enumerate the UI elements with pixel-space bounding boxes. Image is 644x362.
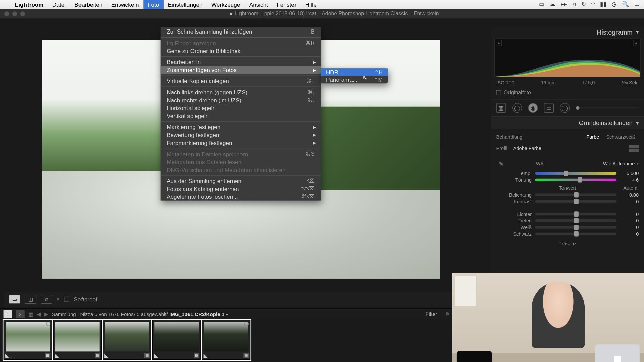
contrast-slider[interactable] (535, 200, 617, 203)
merge-submenu: HDR...⌃H Panorama...⌃M (321, 68, 388, 83)
menu-item-save-metadata: Metadaten in Dateien speichern⌘S (161, 150, 321, 158)
tint-slider[interactable] (535, 179, 617, 181)
menu-item-rotate-right[interactable]: Nach rechts drehen (im UZS)⌘. (161, 96, 321, 104)
shadows-slider[interactable] (535, 219, 617, 222)
profile-value[interactable]: Adobe Farbe (513, 146, 541, 151)
exif-aperture: f / 5,0 (583, 80, 595, 86)
menu-item-delete-rejected[interactable]: Abgelehnte Fotos löschen...⌘⌫ (161, 193, 321, 201)
status-icon[interactable]: ▭ (539, 1, 544, 8)
histogram-header[interactable]: Histogramm▼ (491, 26, 644, 38)
brush-size-line[interactable] (576, 107, 639, 108)
clip-highlight-icon[interactable]: ▲ (633, 40, 639, 46)
softproof-label: Softproof (74, 296, 97, 303)
menu-entwickeln[interactable]: Entwickeln (107, 0, 143, 9)
webcam-overlay (452, 273, 644, 362)
display-2[interactable]: 2 (16, 310, 24, 318)
wifi-icon[interactable]: ⌔ (591, 1, 595, 8)
basic-section-header[interactable]: Grundeinstellungen▼ (491, 117, 644, 129)
compare-icon[interactable]: ⧉ (41, 295, 52, 304)
local-tools-strip: ▦ ◯ ◉ ▭ ◯ (491, 99, 644, 117)
workspace: Zur Schnellsammlung hinzufügenB Im Finde… (0, 18, 644, 362)
wb-dropper-icon[interactable]: ✎ (496, 158, 507, 169)
thumb-3[interactable]: ▦ (103, 320, 151, 360)
submenu-item-panorama[interactable]: Panorama...⌃M (321, 76, 388, 83)
menu-item-virtual-copy[interactable]: Virtuelle Kopien anlegen⌘T (161, 77, 321, 85)
softproof-checkbox[interactable] (64, 297, 69, 302)
menu-bearbeiten[interactable]: Bearbeiten (70, 0, 107, 9)
blacks-slider[interactable] (535, 233, 617, 235)
spot-tool-icon[interactable]: ◯ (512, 103, 522, 113)
menu-datei[interactable]: Datei (48, 0, 70, 9)
redeye-tool-icon[interactable]: ◉ (528, 103, 538, 113)
exposure-slider[interactable] (535, 194, 617, 196)
menu-werkzeuge[interactable]: Werkzeuge (207, 0, 245, 9)
menu-item-flip-h[interactable]: Horizontal spiegeln (161, 104, 321, 112)
auto-tone-button[interactable]: Autom. (623, 185, 639, 191)
filmstrip[interactable]: ▦• • • • • ▦ ▦ ▦ ▦ (4, 320, 251, 362)
window-titlebar: ▸Lightroom ...ppie 2018-06-18).lrcat – A… (0, 9, 644, 18)
traffic-lights[interactable] (0, 11, 25, 16)
filter-flag-icon[interactable]: ⚑ (445, 310, 451, 317)
menu-item-show-finder: Im Finder anzeigen⌘R (161, 39, 321, 47)
menu-hilfe[interactable]: Hilfe (301, 0, 321, 9)
menu-einstellungen[interactable]: Einstellungen (163, 0, 207, 9)
cloud-icon[interactable]: ☁ (550, 1, 555, 8)
spotlight-icon[interactable]: 🔍 (622, 1, 629, 8)
mac-menubar: Lightroom Datei Bearbeiten Entwickeln Fo… (0, 0, 644, 9)
treatment-color[interactable]: Farbe (583, 133, 603, 140)
highlights-slider[interactable] (535, 213, 617, 215)
filmstrip-header: 1 2 ▦ ◀ ▶ Sammlung : Nizza 5 von 1676 Fo… (0, 308, 491, 319)
battery-icon[interactable]: ▮▮ (600, 1, 606, 8)
display-1[interactable]: 1 (4, 310, 12, 318)
loupe-view-icon[interactable]: ▭ (9, 295, 20, 304)
secondary-toolbar: ▭ ◫ ⧉ ▾ Softproof (4, 292, 478, 307)
basic-section: Behandlung: FarbeSchwarzweiß Profil:Adob… (491, 129, 644, 251)
wb-preset[interactable]: Wie Aufnahme (603, 161, 635, 166)
dropbox-icon[interactable]: ⧈ (572, 1, 576, 8)
next-icon[interactable]: ▶ (44, 311, 48, 317)
foto-dropdown-menu: Zur Schnellsammlung hinzufügenB Im Finde… (161, 27, 321, 201)
gradient-tool-icon[interactable]: ▭ (544, 103, 554, 113)
exif-row: ISO 100 19 mm f / 5,0 ¹⁄₃₀ Sek. (491, 78, 644, 87)
menu-item-remove-catalog[interactable]: Fotos aus Katalog entfernen⌥⌫ (161, 185, 321, 193)
menu-item-set-rating[interactable]: Bewertung festlegen▶ (161, 131, 321, 139)
treatment-bw[interactable]: Schwarzweiß (603, 133, 639, 140)
menu-item-edit-in[interactable]: Bearbeiten in▶ (161, 58, 321, 66)
prev-icon[interactable]: ◀ (37, 311, 41, 317)
clip-shadow-icon[interactable]: ▲ (496, 40, 502, 46)
menu-item-set-color[interactable]: Farbmarkierung festlegen▶ (161, 139, 321, 147)
thumb-2[interactable]: ▦ (53, 320, 102, 360)
menu-item-rotate-left[interactable]: Nach links drehen (gegen UZS)⌘, (161, 88, 321, 96)
exif-shutter: ¹⁄₃₀ Sek. (622, 80, 639, 86)
temp-slider[interactable] (535, 172, 617, 175)
menu-foto[interactable]: Foto (143, 0, 164, 9)
menu-item-quick-collection[interactable]: Zur Schnellsammlung hinzufügenB (161, 27, 321, 36)
before-after-icon[interactable]: ◫ (25, 295, 36, 304)
thumb-5[interactable]: ▦ (202, 320, 250, 360)
menu-item-read-metadata: Metadaten aus Dateien lesen (161, 158, 321, 166)
grid-icon[interactable]: ▦ (28, 311, 33, 317)
submenu-item-hdr[interactable]: HDR...⌃H (321, 68, 388, 76)
original-toggle[interactable]: Originalfoto (491, 87, 644, 97)
menu-item-merge-photos[interactable]: Zusammenfügen von Fotos▶ (161, 66, 321, 74)
menu-ansicht[interactable]: Ansicht (245, 0, 273, 9)
whites-slider[interactable] (535, 226, 617, 229)
sync-icon[interactable]: ↻ (581, 1, 586, 8)
exif-focal: 19 mm (541, 80, 556, 86)
thumb-4[interactable]: ▦ (152, 320, 201, 360)
menu-item-goto-folder[interactable]: Gehe zu Ordner in Bibliothek (161, 47, 321, 55)
menu-item-set-flag[interactable]: Markierung festlegen▶ (161, 123, 321, 131)
menu-item-remove-collection[interactable]: Aus der Sammlung entfernen⌫ (161, 177, 321, 185)
clock-icon[interactable]: ◷ (612, 1, 617, 8)
play-icon[interactable]: ▸▸ (561, 1, 567, 8)
profile-browser-icon[interactable] (629, 145, 639, 152)
app-name[interactable]: Lightroom (11, 1, 48, 8)
menu-icon[interactable]: ☰ (634, 1, 640, 8)
menubar-status-icons: ▭ ☁ ▸▸ ⧈ ↻ ⌔ ▮▮ ◷ 🔍 ☰ (539, 1, 644, 8)
menu-item-flip-v[interactable]: Vertikal spiegeln (161, 112, 321, 120)
menu-fenster[interactable]: Fenster (272, 0, 301, 9)
crop-tool-icon[interactable]: ▦ (496, 103, 506, 113)
thumb-1[interactable]: ▦• • • • • (4, 320, 52, 360)
histogram[interactable]: ▲ ▲ (494, 39, 640, 77)
radial-tool-icon[interactable]: ◯ (560, 103, 570, 113)
